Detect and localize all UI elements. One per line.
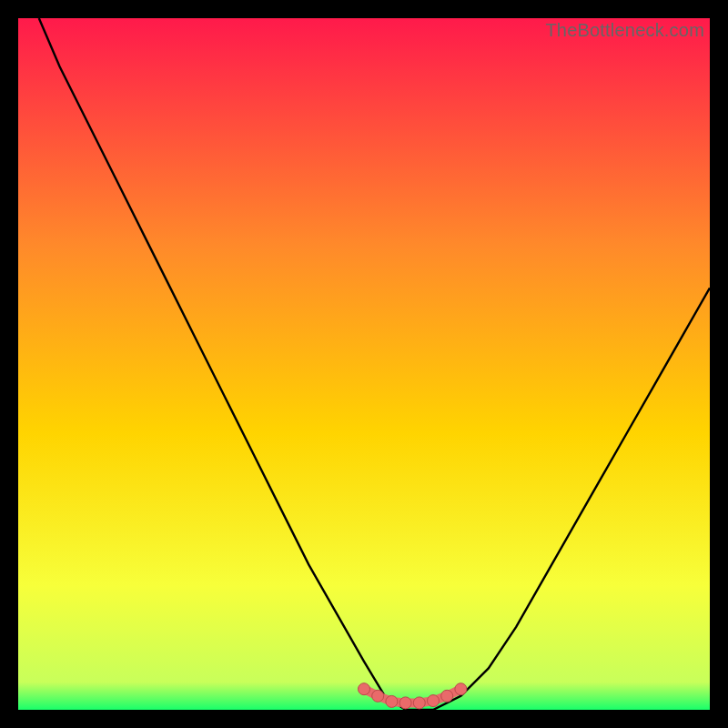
optimal-range-marker — [399, 697, 411, 709]
optimal-range-marker — [359, 683, 370, 695]
optimal-range-marker — [413, 697, 425, 709]
optimal-range-marker — [386, 695, 398, 707]
chart-frame: TheBottleneck.com — [18, 18, 710, 710]
optimal-range-marker — [428, 695, 440, 707]
optimal-range-marker — [372, 690, 384, 702]
chart-svg — [18, 18, 710, 710]
watermark-text: TheBottleneck.com — [545, 20, 704, 41]
optimal-range-marker — [455, 683, 467, 695]
gradient-background — [18, 18, 710, 710]
optimal-range-marker — [441, 690, 453, 702]
